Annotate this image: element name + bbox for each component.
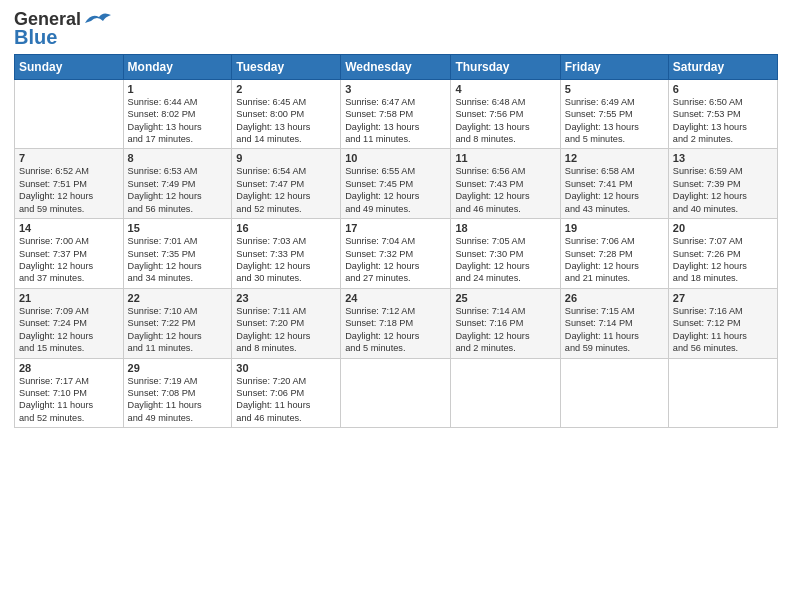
day-cell: 24Sunrise: 7:12 AM Sunset: 7:18 PM Dayli…: [341, 288, 451, 358]
day-number: 30: [236, 362, 336, 374]
day-number: 14: [19, 222, 119, 234]
day-info: Sunrise: 7:15 AM Sunset: 7:14 PM Dayligh…: [565, 305, 664, 355]
day-number: 9: [236, 152, 336, 164]
day-info: Sunrise: 7:12 AM Sunset: 7:18 PM Dayligh…: [345, 305, 446, 355]
day-number: 12: [565, 152, 664, 164]
day-info: Sunrise: 6:53 AM Sunset: 7:49 PM Dayligh…: [128, 165, 228, 215]
day-cell: 7Sunrise: 6:52 AM Sunset: 7:51 PM Daylig…: [15, 149, 124, 219]
day-number: 13: [673, 152, 773, 164]
day-number: 10: [345, 152, 446, 164]
day-cell: 17Sunrise: 7:04 AM Sunset: 7:32 PM Dayli…: [341, 219, 451, 289]
day-number: 28: [19, 362, 119, 374]
day-cell: 23Sunrise: 7:11 AM Sunset: 7:20 PM Dayli…: [232, 288, 341, 358]
day-cell: 25Sunrise: 7:14 AM Sunset: 7:16 PM Dayli…: [451, 288, 560, 358]
day-number: 17: [345, 222, 446, 234]
day-cell: 1Sunrise: 6:44 AM Sunset: 8:02 PM Daylig…: [123, 79, 232, 149]
day-cell: 19Sunrise: 7:06 AM Sunset: 7:28 PM Dayli…: [560, 219, 668, 289]
day-number: 24: [345, 292, 446, 304]
day-info: Sunrise: 7:01 AM Sunset: 7:35 PM Dayligh…: [128, 235, 228, 285]
day-number: 11: [455, 152, 555, 164]
logo-blue-text: Blue: [14, 26, 57, 48]
day-number: 19: [565, 222, 664, 234]
weekday-header-saturday: Saturday: [668, 54, 777, 79]
day-cell: 20Sunrise: 7:07 AM Sunset: 7:26 PM Dayli…: [668, 219, 777, 289]
day-number: 6: [673, 83, 773, 95]
weekday-header-tuesday: Tuesday: [232, 54, 341, 79]
day-number: 1: [128, 83, 228, 95]
day-info: Sunrise: 6:59 AM Sunset: 7:39 PM Dayligh…: [673, 165, 773, 215]
day-cell: 8Sunrise: 6:53 AM Sunset: 7:49 PM Daylig…: [123, 149, 232, 219]
logo: General Blue: [14, 10, 113, 48]
weekday-header-row: SundayMondayTuesdayWednesdayThursdayFrid…: [15, 54, 778, 79]
day-info: Sunrise: 6:47 AM Sunset: 7:58 PM Dayligh…: [345, 96, 446, 146]
day-info: Sunrise: 6:52 AM Sunset: 7:51 PM Dayligh…: [19, 165, 119, 215]
day-cell: 10Sunrise: 6:55 AM Sunset: 7:45 PM Dayli…: [341, 149, 451, 219]
day-info: Sunrise: 6:48 AM Sunset: 7:56 PM Dayligh…: [455, 96, 555, 146]
day-number: 8: [128, 152, 228, 164]
day-info: Sunrise: 7:20 AM Sunset: 7:06 PM Dayligh…: [236, 375, 336, 425]
day-cell: 18Sunrise: 7:05 AM Sunset: 7:30 PM Dayli…: [451, 219, 560, 289]
weekday-header-thursday: Thursday: [451, 54, 560, 79]
day-info: Sunrise: 6:50 AM Sunset: 7:53 PM Dayligh…: [673, 96, 773, 146]
day-cell: [668, 358, 777, 428]
day-number: 20: [673, 222, 773, 234]
day-cell: 21Sunrise: 7:09 AM Sunset: 7:24 PM Dayli…: [15, 288, 124, 358]
day-info: Sunrise: 7:14 AM Sunset: 7:16 PM Dayligh…: [455, 305, 555, 355]
day-cell: 16Sunrise: 7:03 AM Sunset: 7:33 PM Dayli…: [232, 219, 341, 289]
day-cell: 28Sunrise: 7:17 AM Sunset: 7:10 PM Dayli…: [15, 358, 124, 428]
weekday-header-wednesday: Wednesday: [341, 54, 451, 79]
day-info: Sunrise: 7:03 AM Sunset: 7:33 PM Dayligh…: [236, 235, 336, 285]
day-cell: 26Sunrise: 7:15 AM Sunset: 7:14 PM Dayli…: [560, 288, 668, 358]
day-number: 26: [565, 292, 664, 304]
day-cell: 2Sunrise: 6:45 AM Sunset: 8:00 PM Daylig…: [232, 79, 341, 149]
day-cell: [451, 358, 560, 428]
day-info: Sunrise: 6:54 AM Sunset: 7:47 PM Dayligh…: [236, 165, 336, 215]
day-info: Sunrise: 6:45 AM Sunset: 8:00 PM Dayligh…: [236, 96, 336, 146]
logo-bird-icon: [83, 9, 113, 29]
day-info: Sunrise: 7:09 AM Sunset: 7:24 PM Dayligh…: [19, 305, 119, 355]
day-cell: [560, 358, 668, 428]
week-row-4: 21Sunrise: 7:09 AM Sunset: 7:24 PM Dayli…: [15, 288, 778, 358]
day-cell: 9Sunrise: 6:54 AM Sunset: 7:47 PM Daylig…: [232, 149, 341, 219]
day-number: 15: [128, 222, 228, 234]
day-info: Sunrise: 7:17 AM Sunset: 7:10 PM Dayligh…: [19, 375, 119, 425]
day-cell: 12Sunrise: 6:58 AM Sunset: 7:41 PM Dayli…: [560, 149, 668, 219]
day-cell: 11Sunrise: 6:56 AM Sunset: 7:43 PM Dayli…: [451, 149, 560, 219]
day-number: 22: [128, 292, 228, 304]
weekday-header-monday: Monday: [123, 54, 232, 79]
week-row-2: 7Sunrise: 6:52 AM Sunset: 7:51 PM Daylig…: [15, 149, 778, 219]
day-info: Sunrise: 6:58 AM Sunset: 7:41 PM Dayligh…: [565, 165, 664, 215]
day-number: 27: [673, 292, 773, 304]
day-number: 29: [128, 362, 228, 374]
day-info: Sunrise: 7:16 AM Sunset: 7:12 PM Dayligh…: [673, 305, 773, 355]
day-cell: 22Sunrise: 7:10 AM Sunset: 7:22 PM Dayli…: [123, 288, 232, 358]
day-number: 4: [455, 83, 555, 95]
day-cell: 6Sunrise: 6:50 AM Sunset: 7:53 PM Daylig…: [668, 79, 777, 149]
day-number: 18: [455, 222, 555, 234]
day-cell: 13Sunrise: 6:59 AM Sunset: 7:39 PM Dayli…: [668, 149, 777, 219]
day-info: Sunrise: 7:05 AM Sunset: 7:30 PM Dayligh…: [455, 235, 555, 285]
day-info: Sunrise: 6:49 AM Sunset: 7:55 PM Dayligh…: [565, 96, 664, 146]
week-row-3: 14Sunrise: 7:00 AM Sunset: 7:37 PM Dayli…: [15, 219, 778, 289]
day-cell: 27Sunrise: 7:16 AM Sunset: 7:12 PM Dayli…: [668, 288, 777, 358]
week-row-1: 1Sunrise: 6:44 AM Sunset: 8:02 PM Daylig…: [15, 79, 778, 149]
weekday-header-friday: Friday: [560, 54, 668, 79]
day-number: 5: [565, 83, 664, 95]
day-info: Sunrise: 7:07 AM Sunset: 7:26 PM Dayligh…: [673, 235, 773, 285]
day-info: Sunrise: 7:00 AM Sunset: 7:37 PM Dayligh…: [19, 235, 119, 285]
day-number: 21: [19, 292, 119, 304]
day-cell: 14Sunrise: 7:00 AM Sunset: 7:37 PM Dayli…: [15, 219, 124, 289]
page-container: General Blue SundayMondayTuesdayWednesda…: [0, 0, 792, 436]
day-cell: 29Sunrise: 7:19 AM Sunset: 7:08 PM Dayli…: [123, 358, 232, 428]
day-number: 3: [345, 83, 446, 95]
header: General Blue: [14, 10, 778, 48]
day-info: Sunrise: 7:04 AM Sunset: 7:32 PM Dayligh…: [345, 235, 446, 285]
day-number: 7: [19, 152, 119, 164]
day-cell: [341, 358, 451, 428]
day-number: 23: [236, 292, 336, 304]
day-info: Sunrise: 6:56 AM Sunset: 7:43 PM Dayligh…: [455, 165, 555, 215]
week-row-5: 28Sunrise: 7:17 AM Sunset: 7:10 PM Dayli…: [15, 358, 778, 428]
day-info: Sunrise: 7:10 AM Sunset: 7:22 PM Dayligh…: [128, 305, 228, 355]
day-cell: 30Sunrise: 7:20 AM Sunset: 7:06 PM Dayli…: [232, 358, 341, 428]
day-number: 16: [236, 222, 336, 234]
